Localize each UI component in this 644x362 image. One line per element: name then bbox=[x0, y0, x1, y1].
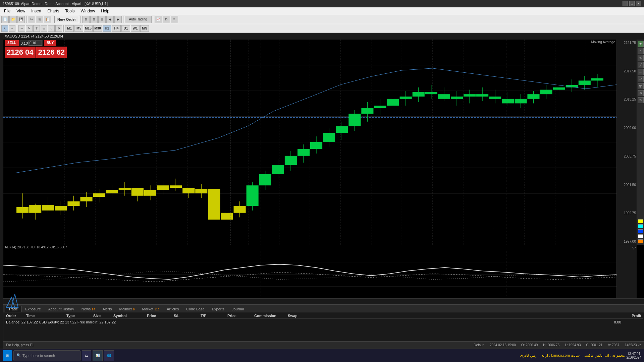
time-axis bbox=[3, 298, 644, 304]
tab-market[interactable]: Market 115 bbox=[139, 306, 163, 312]
sell-price[interactable]: 2126 04 bbox=[5, 47, 36, 58]
ellipse-tool[interactable]: ○ bbox=[48, 25, 55, 32]
rect-tool[interactable]: ▭ bbox=[41, 25, 47, 32]
tb-indicators[interactable]: 📈 bbox=[155, 16, 162, 23]
tb-scroll-right[interactable]: ▶ bbox=[114, 16, 122, 23]
title-bar: 15965109: Alpari-Demo - Demo Account - A… bbox=[0, 0, 644, 7]
period-m15[interactable]: M15 bbox=[84, 25, 93, 32]
tb-zoom-in[interactable]: ⊕ bbox=[82, 16, 90, 23]
ma-label: Moving Average bbox=[591, 40, 615, 44]
windows-taskbar: ⊞ 🔍 Type here to search 🗂 📊 🌐 مجموعه : ا… bbox=[0, 349, 644, 362]
new-order-button[interactable]: New Order bbox=[54, 16, 79, 23]
rt-undo-btn[interactable]: ↩ bbox=[638, 76, 644, 82]
rt-settings-btn[interactable]: ⚙ bbox=[638, 90, 644, 96]
tb-scroll-left[interactable]: ◀ bbox=[106, 16, 114, 23]
tb-fit[interactable]: ⊞ bbox=[98, 16, 106, 23]
logo-area bbox=[5, 292, 25, 310]
tb-sep4 bbox=[123, 16, 123, 23]
close-button[interactable]: ✕ bbox=[636, 1, 641, 6]
period-m1[interactable]: M1 bbox=[65, 25, 74, 32]
tb-new-chart[interactable]: 📄 bbox=[1, 16, 9, 23]
help-text: For Help, press F1 bbox=[6, 343, 34, 347]
rt-refresh-btn[interactable]: ↻ bbox=[638, 97, 644, 103]
rt-eye-btn[interactable]: 👁 bbox=[638, 41, 644, 47]
tab-alerts[interactable]: Alerts bbox=[99, 306, 115, 312]
tb-open[interactable]: 📁 bbox=[9, 16, 17, 23]
autotrading-button[interactable]: AutoTrading bbox=[125, 16, 152, 23]
period-h4[interactable]: H4 bbox=[112, 25, 121, 32]
tb-cut[interactable]: ✂ bbox=[28, 16, 35, 23]
profit-value: 0.00 bbox=[614, 320, 641, 324]
price-chart-area[interactable]: Moving Average 2121.75 2017.50 2013.25 2… bbox=[3, 40, 644, 245]
menu-file[interactable]: File bbox=[1, 8, 13, 14]
buy-price[interactable]: 2126 62 bbox=[36, 47, 67, 58]
color-swatch-2[interactable] bbox=[638, 224, 643, 228]
col-time: Time bbox=[26, 314, 66, 318]
tb-zoom-out[interactable]: ⊖ bbox=[90, 16, 98, 23]
period-m5[interactable]: M5 bbox=[74, 25, 83, 32]
menu-window[interactable]: Window bbox=[78, 8, 98, 14]
sell-label: SELL bbox=[5, 40, 19, 46]
taskbar-app2[interactable]: 📊 bbox=[93, 350, 103, 361]
color-swatch-3[interactable] bbox=[638, 229, 643, 233]
lot-display: 0.10 bbox=[21, 41, 28, 45]
crosshair-tool[interactable]: + bbox=[9, 25, 15, 32]
color-swatch-5[interactable] bbox=[638, 239, 643, 243]
period-d1[interactable]: D1 bbox=[121, 25, 130, 32]
maximize-button[interactable]: □ bbox=[629, 1, 635, 6]
start-button[interactable]: ⊞ bbox=[3, 350, 12, 361]
balance-row: Balance: 22 137.22 USD Equity: 22 137.22… bbox=[5, 319, 643, 325]
lot-input[interactable] bbox=[29, 41, 42, 46]
menu-charts[interactable]: Charts bbox=[45, 8, 62, 14]
hline-tool[interactable]: ─ bbox=[18, 25, 25, 32]
col-commission: Commission bbox=[254, 314, 288, 318]
tab-experts[interactable]: Experts bbox=[208, 306, 228, 312]
tb-save[interactable]: 💾 bbox=[17, 16, 25, 23]
window-controls[interactable]: ─ □ ✕ bbox=[623, 1, 641, 6]
buy-label: BUY bbox=[44, 40, 56, 46]
tab-code-base[interactable]: Code Base bbox=[182, 306, 208, 312]
rt-delete-btn[interactable]: 🗑 bbox=[638, 83, 644, 89]
search-bar[interactable]: 🔍 Type here to search bbox=[13, 350, 80, 361]
rt-line-btn[interactable]: ╱ bbox=[638, 62, 644, 68]
period-mn[interactable]: MN bbox=[140, 25, 149, 32]
tb-paste[interactable]: 📋 bbox=[44, 16, 51, 23]
tb2-sep1 bbox=[17, 25, 17, 32]
col-swap: Swap bbox=[288, 314, 315, 318]
tab-exposure[interactable]: Exposure bbox=[21, 306, 44, 312]
col-tp: T/P bbox=[201, 314, 227, 318]
fib-tool[interactable]: Φ bbox=[55, 25, 62, 32]
rt-cursor-btn[interactable]: ↖ bbox=[638, 48, 644, 54]
text-tool[interactable]: T bbox=[33, 25, 40, 32]
window-title: 15965109: Alpari-Demo - Demo Account - A… bbox=[3, 2, 108, 6]
menu-tools[interactable]: Tools bbox=[63, 8, 77, 14]
status-bar: For Help, press F1 Default 2024.02.16 15… bbox=[3, 341, 644, 349]
taskbar-app3[interactable]: 🌐 bbox=[104, 350, 114, 361]
period-m30[interactable]: M30 bbox=[93, 25, 102, 32]
cursor-tool[interactable]: ↖ bbox=[1, 25, 8, 32]
tab-account-history[interactable]: Account History bbox=[45, 306, 78, 312]
taskbar-app1[interactable]: 🗂 bbox=[82, 350, 91, 361]
minimize-button[interactable]: ─ bbox=[623, 1, 628, 6]
tab-mailbox[interactable]: Mailbox 8 bbox=[116, 306, 139, 312]
price-canvas bbox=[3, 40, 616, 245]
tb-more[interactable]: ≡ bbox=[171, 16, 178, 23]
rt-pen-btn[interactable]: ✎ bbox=[638, 55, 644, 61]
tb-settings[interactable]: ⚙ bbox=[163, 16, 170, 23]
color-swatch-4[interactable] bbox=[638, 234, 643, 238]
menu-help[interactable]: Help bbox=[98, 8, 112, 14]
draw-tool[interactable]: ✎ bbox=[26, 25, 33, 32]
period-w1[interactable]: W1 bbox=[131, 25, 140, 32]
period-h1[interactable]: H1 bbox=[103, 25, 111, 32]
tab-articles[interactable]: Articles bbox=[163, 306, 182, 312]
color-swatch-1[interactable] bbox=[638, 219, 643, 223]
tab-journal[interactable]: Journal bbox=[228, 306, 248, 312]
menu-insert[interactable]: Insert bbox=[29, 8, 44, 14]
menu-view[interactable]: View bbox=[14, 8, 28, 14]
chart-info-bar: XAUUSD 2124.74 2124.58 2126.04 bbox=[3, 33, 644, 40]
status-h: H: 2006.75 bbox=[543, 343, 559, 347]
tab-news[interactable]: News 94 bbox=[78, 306, 99, 312]
rt-hline-btn[interactable]: ─ bbox=[638, 69, 644, 75]
tb-copy[interactable]: ⎘ bbox=[36, 16, 43, 23]
taskbar-time: 13:47:01 bbox=[627, 352, 642, 356]
